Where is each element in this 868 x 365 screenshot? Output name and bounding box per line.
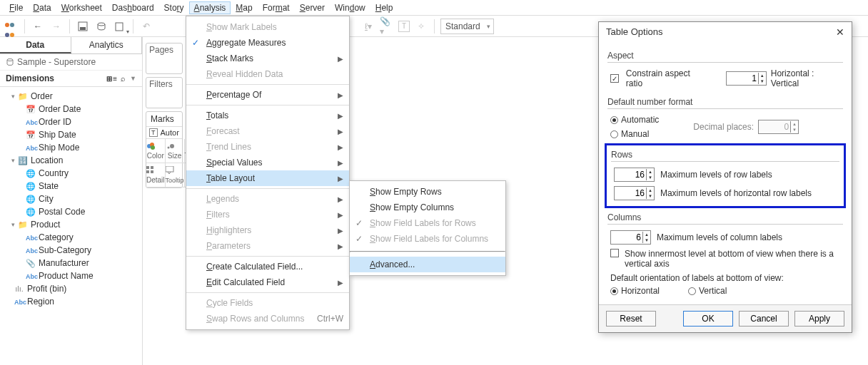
menu-map[interactable]: Map (231, 1, 257, 14)
max-hrow-labels-input[interactable]: ▲▼ (614, 186, 655, 200)
view-list-icon[interactable]: ⊞ ≡ (106, 75, 116, 83)
show-innermost-checkbox[interactable] (610, 249, 619, 257)
constrain-aspect-label: Constrain aspect ratio (626, 68, 707, 88)
filters-shelf[interactable]: Filters (146, 77, 183, 108)
tableau-logo-icon (4, 19, 19, 34)
color-icon (146, 142, 165, 152)
menu-worksheet[interactable]: Worksheet (56, 1, 107, 14)
color-mark[interactable]: Color (146, 139, 166, 163)
horizontal-radio[interactable]: Horizontal (610, 286, 660, 296)
menu-data[interactable]: Data (28, 1, 56, 14)
field-location[interactable]: ▾🔢Location (0, 154, 142, 167)
field-manufacturer[interactable]: 📎Manufacturer (0, 257, 142, 269)
menu-item-table-layout[interactable]: Table Layout▶ (186, 170, 349, 186)
svg-rect-1 (80, 27, 86, 30)
field-category[interactable]: AbcCategory (0, 231, 142, 244)
menubar: FileDataWorksheetDashboardStoryAnalysisM… (0, 0, 868, 16)
save-icon[interactable] (76, 19, 90, 34)
apply-button[interactable]: Apply (794, 311, 844, 327)
color-label: Color (147, 152, 164, 160)
search-icon[interactable]: ⌕ (121, 74, 126, 83)
manual-label: Manual (621, 129, 649, 139)
menu-analysis[interactable]: Analysis (189, 1, 231, 14)
field-city[interactable]: 🌐City (0, 192, 142, 205)
size-icon (166, 142, 184, 152)
dropdown-icon[interactable]: ▼ (130, 75, 136, 82)
undo-arrow-icon[interactable]: ↶ (139, 19, 153, 34)
ok-button[interactable]: OK (683, 311, 733, 327)
cancel-button[interactable]: Cancel (739, 311, 789, 327)
new-worksheet-icon[interactable]: ▾ (113, 19, 127, 34)
aspect-ratio-input[interactable]: ▲▼ (726, 71, 767, 86)
submenu-item-show-field-labels-for-columns: ✓Show Field Labels for Columns (350, 231, 505, 247)
menu-file[interactable]: File (4, 1, 28, 14)
vertical-label: Vertical (699, 286, 727, 296)
field-postal-code[interactable]: 🌐Postal Code (0, 205, 142, 218)
menu-window[interactable]: Window (330, 1, 370, 14)
fit-selector[interactable]: Standard (440, 19, 494, 34)
attach-icon[interactable]: 📎▾ (380, 19, 394, 34)
format-icon[interactable]: ℓ ▾ (361, 19, 375, 34)
tooltip-mark[interactable]: Tooltip (166, 163, 185, 187)
menu-story[interactable]: Story (159, 1, 189, 14)
menu-item-totals[interactable]: Totals▶ (186, 108, 349, 123)
menu-help[interactable]: Help (370, 1, 398, 14)
menu-item-aggregate-measures[interactable]: ✓Aggregate Measures (186, 35, 349, 51)
pages-shelf[interactable]: Pages (146, 43, 183, 74)
submenu-item-show-empty-columns[interactable]: Show Empty Columns (350, 200, 505, 215)
tab-analytics[interactable]: Analytics (71, 37, 143, 53)
constrain-aspect-checkbox[interactable]: ✓ (610, 74, 619, 83)
back-icon[interactable]: ← (31, 19, 45, 34)
menu-item-cycle-fields: Cycle Fields (186, 295, 349, 311)
detail-mark[interactable]: Detail (146, 163, 166, 187)
horizontal-label: Horizontal (621, 286, 660, 296)
menu-item-percentage-of[interactable]: Percentage Of▶ (186, 87, 349, 103)
submenu-item-show-empty-rows[interactable]: Show Empty Rows (350, 184, 505, 200)
field-order-date[interactable]: 📅Order Date (0, 103, 142, 115)
table-layout-submenu: Show Empty RowsShow Empty Columns✓Show F… (349, 180, 506, 276)
menu-item-special-values[interactable]: Special Values▶ (186, 155, 349, 170)
max-row-labels-input[interactable]: ▲▼ (614, 168, 655, 182)
size-mark[interactable]: Size (166, 139, 185, 163)
submenu-item-advanced-[interactable]: Advanced... (350, 257, 505, 272)
datasource-row[interactable]: Sample - Superstore (0, 54, 142, 71)
vertical-radio[interactable]: Vertical (688, 286, 727, 296)
field-product[interactable]: ▾📁Product (0, 218, 142, 231)
field-order[interactable]: ▾📁Order (0, 90, 142, 103)
numfmt-group-label: Default number format (607, 97, 843, 107)
field-country[interactable]: 🌐Country (0, 167, 142, 180)
automatic-radio[interactable]: Automatic (610, 115, 659, 125)
marks-header: Marks (146, 112, 182, 127)
field-ship-mode[interactable]: AbcShip Mode (0, 141, 142, 154)
field-region[interactable]: AbcRegion (0, 295, 142, 308)
submenu-item-show-field-labels-for-rows: ✓Show Field Labels for Rows (350, 215, 505, 231)
text-icon[interactable]: T (398, 21, 410, 32)
close-icon[interactable]: ✕ (836, 26, 844, 38)
menu-item-reveal-hidden-data: Reveal Hidden Data (186, 66, 349, 82)
pin-icon[interactable]: ✧ (414, 19, 428, 34)
menu-item-create-calculated-field-[interactable]: Create Calculated Field... (186, 259, 349, 274)
dimensions-label: Dimensions (6, 73, 54, 83)
svg-rect-13 (151, 170, 153, 173)
svg-rect-14 (166, 166, 173, 172)
field-state[interactable]: 🌐State (0, 180, 142, 192)
menu-dashboard[interactable]: Dashboard (107, 1, 159, 14)
forward-icon[interactable]: → (49, 19, 64, 34)
max-col-labels-input[interactable]: ▲▼ (610, 230, 651, 245)
field-ship-date[interactable]: 📅Ship Date (0, 128, 142, 141)
marks-type-selector[interactable]: T Automatic (146, 127, 182, 139)
field-order-id[interactable]: AbcOrder ID (0, 115, 142, 128)
field-profit-bin-[interactable]: ılı.Profit (bin) (0, 282, 142, 295)
menu-server[interactable]: Server (295, 1, 330, 14)
field-sub-category[interactable]: AbcSub-Category (0, 244, 142, 257)
svg-rect-11 (151, 166, 153, 169)
menu-format[interactable]: Format (258, 1, 295, 14)
menu-item-stack-marks[interactable]: Stack Marks▶ (186, 51, 349, 66)
reset-button[interactable]: Reset (606, 311, 656, 327)
svg-rect-3 (116, 23, 123, 31)
menu-item-edit-calculated-field[interactable]: Edit Calculated Field▶ (186, 274, 349, 290)
manual-radio[interactable]: Manual (610, 129, 659, 139)
new-datasource-icon[interactable] (94, 19, 108, 34)
field-product-name[interactable]: AbcProduct Name (0, 269, 142, 282)
tab-data[interactable]: Data (0, 37, 71, 53)
